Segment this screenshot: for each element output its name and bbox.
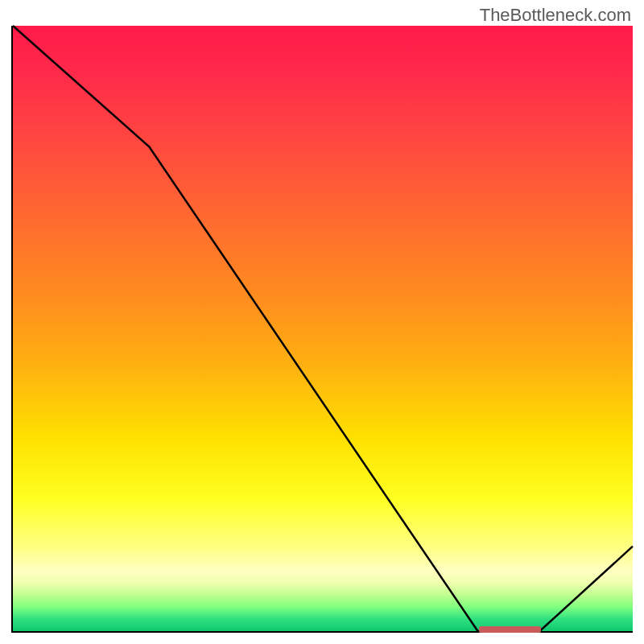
curve-svg	[13, 26, 633, 631]
bottleneck-curve	[13, 26, 633, 631]
watermark-text: TheBottleneck.com	[480, 5, 631, 26]
optimal-range-marker	[479, 626, 541, 633]
chart-plot-area	[11, 26, 633, 633]
